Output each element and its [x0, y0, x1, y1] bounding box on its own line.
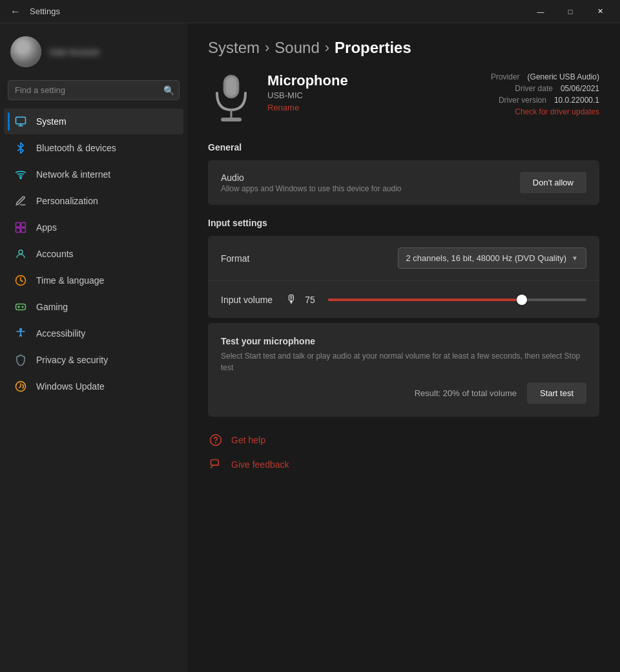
- test-bottom: Result: 20% of total volume Start test: [221, 383, 586, 404]
- titlebar-controls: — □ ✕: [526, 0, 615, 23]
- search-input[interactable]: [8, 80, 180, 100]
- sidebar-item-bluetooth-label: Bluetooth & devices: [36, 143, 116, 153]
- time-icon: [14, 274, 27, 287]
- sidebar-item-accounts[interactable]: Accounts: [4, 241, 183, 267]
- help-link[interactable]: Get help: [231, 435, 265, 445]
- sidebar-item-accessibility-label: Accessibility: [36, 328, 85, 339]
- search-box: 🔍: [8, 80, 180, 100]
- sidebar-item-time[interactable]: Time & language: [4, 268, 183, 293]
- device-meta: Provider (Generic USB Audio) Driver date…: [491, 72, 599, 116]
- volume-slider[interactable]: [328, 293, 586, 306]
- volume-number: 75: [305, 295, 320, 305]
- network-icon: [14, 168, 27, 181]
- breadcrumb-sep-2: ›: [325, 39, 329, 56]
- sidebar-item-privacy[interactable]: Privacy & security: [4, 347, 183, 373]
- format-row: Format 2 channels, 16 bit, 48000 Hz (DVD…: [208, 236, 599, 280]
- help-icon: [208, 432, 223, 448]
- feedback-row[interactable]: Give feedback: [208, 457, 599, 472]
- sidebar-item-apps[interactable]: Apps: [4, 215, 183, 240]
- slider-fill: [328, 299, 522, 301]
- sidebar-item-privacy-label: Privacy & security: [36, 355, 108, 365]
- close-button[interactable]: ✕: [585, 0, 615, 23]
- svg-rect-14: [221, 118, 242, 121]
- volume-row: Input volume 🎙 75: [208, 280, 599, 318]
- feedback-link[interactable]: Give feedback: [231, 459, 289, 470]
- search-icon: 🔍: [163, 85, 174, 96]
- back-button[interactable]: ←: [8, 3, 23, 20]
- titlebar: ← Settings — □ ✕: [0, 0, 620, 23]
- get-help-row[interactable]: Get help: [208, 432, 599, 448]
- general-section-title: General: [208, 142, 599, 152]
- svg-rect-3: [21, 223, 26, 227]
- privacy-icon: [14, 353, 27, 366]
- provider-label: Provider: [491, 72, 520, 81]
- svg-rect-2: [16, 223, 21, 227]
- sidebar-item-time-label: Time & language: [36, 275, 104, 286]
- test-title: Test your microphone: [221, 336, 586, 346]
- titlebar-title: Settings: [30, 6, 60, 16]
- device-name: Microphone: [267, 72, 478, 89]
- meta-driver-version-row: Driver version 10.0.22000.1: [491, 96, 599, 105]
- slider-track: [328, 299, 586, 301]
- svg-rect-17: [211, 460, 219, 465]
- main-content: System › Sound › Properties: [187, 23, 620, 672]
- input-settings-card: Format 2 channels, 16 bit, 48000 Hz (DVD…: [208, 236, 599, 318]
- sidebar-item-accessibility[interactable]: Accessibility: [4, 320, 183, 346]
- audio-label: Audio: [221, 173, 402, 183]
- svg-rect-12: [226, 78, 236, 96]
- sidebar-item-network[interactable]: Network & internet: [4, 162, 183, 187]
- audio-row: Audio Allow apps and Windows to use this…: [208, 160, 599, 205]
- rename-link[interactable]: Rename: [267, 103, 299, 112]
- update-icon: [14, 380, 27, 393]
- sidebar-item-network-label: Network & internet: [36, 169, 110, 180]
- gaming-icon: [14, 300, 27, 313]
- volume-label: Input volume: [221, 295, 273, 305]
- format-dropdown[interactable]: 2 channels, 16 bit, 48000 Hz (DVD Qualit…: [398, 247, 586, 269]
- volume-control: 🎙 75: [285, 293, 586, 306]
- maximize-button[interactable]: □: [555, 0, 585, 23]
- device-info: Microphone USB-MIC Rename: [267, 72, 478, 113]
- sidebar-item-personalization[interactable]: Personalization: [4, 188, 183, 214]
- breadcrumb: System › Sound › Properties: [208, 39, 599, 57]
- sidebar-item-update[interactable]: Windows Update: [4, 373, 183, 399]
- format-label: Format: [221, 253, 249, 264]
- dropdown-arrow-icon: ▼: [572, 255, 578, 262]
- start-test-button[interactable]: Start test: [527, 383, 586, 404]
- driver-version-label: Driver version: [499, 96, 546, 105]
- minimize-button[interactable]: —: [526, 0, 555, 23]
- input-settings-section-title: Input settings: [208, 218, 599, 228]
- driver-update-link[interactable]: Check for driver updates: [515, 107, 599, 116]
- sidebar-item-gaming-label: Gaming: [36, 302, 68, 312]
- sidebar-item-system[interactable]: System: [4, 109, 183, 134]
- mic-volume-icon: 🎙: [285, 293, 297, 306]
- meta-provider-row: Provider (Generic USB Audio): [491, 72, 599, 81]
- test-result: Result: 20% of total volume: [415, 388, 517, 398]
- audio-card: Audio Allow apps and Windows to use this…: [208, 160, 599, 205]
- breadcrumb-sound[interactable]: Sound: [274, 39, 319, 57]
- meta-driver-date-row: Driver date 05/06/2021: [491, 84, 599, 93]
- titlebar-left: ← Settings: [8, 3, 60, 20]
- slider-thumb[interactable]: [517, 295, 527, 305]
- test-card: Test your microphone Select Start test a…: [208, 323, 599, 417]
- personalization-icon: [14, 194, 27, 207]
- test-description: Select Start test and talk or play audio…: [221, 350, 586, 373]
- bluetooth-icon: [14, 142, 27, 154]
- profile-area: User Account: [0, 23, 187, 78]
- svg-point-6: [19, 250, 23, 254]
- apps-icon: [14, 221, 27, 234]
- sidebar-item-gaming[interactable]: Gaming: [4, 294, 183, 320]
- breadcrumb-system[interactable]: System: [208, 39, 260, 57]
- svg-rect-5: [21, 228, 26, 233]
- svg-point-1: [20, 177, 21, 178]
- sidebar-item-bluetooth[interactable]: Bluetooth & devices: [4, 135, 183, 161]
- device-model: USB-MIC: [267, 90, 478, 100]
- sidebar-item-update-label: Windows Update: [36, 381, 105, 392]
- provider-value: (Generic USB Audio): [528, 72, 599, 81]
- audio-sublabel: Allow apps and Windows to use this devic…: [221, 184, 402, 193]
- driver-version-value: 10.0.22000.1: [554, 96, 599, 105]
- footer-links: Get help Give feedback: [208, 432, 599, 472]
- dont-allow-button[interactable]: Don't allow: [520, 172, 586, 193]
- driver-date-value: 05/06/2021: [561, 84, 599, 93]
- audio-text: Audio Allow apps and Windows to use this…: [221, 173, 402, 193]
- svg-rect-4: [16, 228, 21, 233]
